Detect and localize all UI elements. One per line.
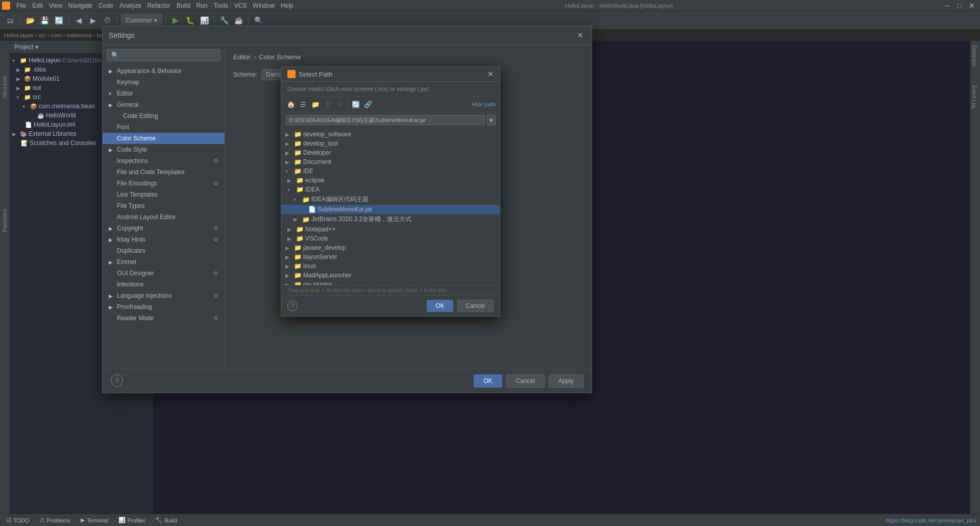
menu-tools[interactable]: Tools xyxy=(211,1,231,10)
terminal-tab[interactable]: ▶ Terminal xyxy=(79,517,110,523)
favorites-tab[interactable]: Favorites xyxy=(0,205,10,236)
profile-btn[interactable]: 📊 xyxy=(198,14,210,27)
todo-tab[interactable]: ☑ TODO xyxy=(4,517,32,523)
tree-item-jetbrains[interactable]: ▶ 📁 JetBrains 2020.3.2全家桶，激活方式 xyxy=(281,214,500,225)
sp-delete-btn[interactable]: ✕ xyxy=(334,99,346,110)
settings-cancel-btn[interactable]: Cancel xyxy=(506,374,545,388)
settings-item-editor[interactable]: ▾ Editor xyxy=(103,88,225,99)
sp-folder-btn[interactable]: 📁 xyxy=(310,99,321,110)
customer-dropdown[interactable]: Customer ▾ xyxy=(121,14,162,27)
menu-code[interactable]: Code xyxy=(95,1,116,10)
maximize-btn[interactable]: □ xyxy=(953,0,966,12)
settings-item-code-editing[interactable]: Code Editing xyxy=(103,110,225,122)
settings-item-inspections[interactable]: Inspections ⚙ xyxy=(103,155,225,166)
menu-vcs[interactable]: VCS xyxy=(231,1,250,10)
open-btn[interactable]: 📂 xyxy=(24,14,36,27)
settings-help-btn[interactable]: ? xyxy=(111,374,123,387)
sp-path-input[interactable] xyxy=(285,115,485,125)
menu-navigate[interactable]: Navigate xyxy=(65,1,95,10)
sp-refresh-btn[interactable]: 🔄 xyxy=(350,99,361,110)
run-btn[interactable]: ▶ xyxy=(169,14,182,27)
tree-item-liayun-server[interactable]: ▶ 📁 liayunServer xyxy=(281,252,500,261)
tree-item-develop-tool[interactable]: ▶ 📁 develop_tool xyxy=(281,139,500,148)
project-structure-btn[interactable]: 🗂 xyxy=(4,14,16,27)
tree-item-sublime-monokai[interactable]: 📄 SublimeMonoKai.jar xyxy=(281,205,500,214)
menu-refactor[interactable]: Refactor xyxy=(144,1,174,10)
database-tab[interactable]: Database xyxy=(970,41,978,71)
tree-item-document[interactable]: ▶ 📁 Document xyxy=(281,157,500,166)
structure-tab[interactable]: Structure xyxy=(0,71,10,103)
sp-link-btn[interactable]: 🔗 xyxy=(362,99,374,110)
gradle-btn[interactable]: 🔧 xyxy=(218,14,230,27)
tree-item-idea-themes[interactable]: ▾ 📁 IDEA编辑区代码主题 xyxy=(281,194,500,205)
search-everywhere-btn[interactable]: 🔍 xyxy=(252,14,264,27)
tree-item-develop-software[interactable]: ▶ 📁 develop_software xyxy=(281,130,500,139)
sp-help-btn[interactable]: ? xyxy=(287,301,298,311)
profiler-tab[interactable]: 📊 Profiler xyxy=(116,517,148,523)
tree-item-my-plugins[interactable]: ▶ 📁 my plugins xyxy=(281,280,500,285)
sp-up-btn[interactable]: ⬆ xyxy=(322,99,333,110)
tree-item-madapp[interactable]: ▶ 📁 MadAppLauncher xyxy=(281,271,500,280)
settings-item-inlay-hints[interactable]: ▶ Inlay Hints ⚙ xyxy=(103,234,225,245)
tree-item-ide[interactable]: ▾ 📁 IDE xyxy=(281,166,500,176)
settings-item-emmet[interactable]: ▶ Emmet xyxy=(103,256,225,268)
settings-item-file-encodings[interactable]: File Encodings ⚙ xyxy=(103,178,225,189)
menu-build[interactable]: Build xyxy=(174,1,193,10)
settings-item-live-templates[interactable]: Live Templates xyxy=(103,189,225,200)
recent-btn[interactable]: ⏱ xyxy=(101,14,113,27)
menu-view[interactable]: View xyxy=(46,1,65,10)
tree-item-notepadpp[interactable]: ▶ 📁 Notepad++ xyxy=(281,225,500,234)
sp-ok-btn[interactable]: OK xyxy=(427,300,453,312)
menu-run[interactable]: Run xyxy=(193,1,211,10)
sp-cancel-btn[interactable]: Cancel xyxy=(457,300,494,312)
tree-item-linux[interactable]: ▶ 📁 linux xyxy=(281,261,500,271)
debug-btn[interactable]: 🐛 xyxy=(184,14,196,27)
sp-close-btn[interactable]: ✕ xyxy=(487,70,494,78)
settings-ok-btn[interactable]: OK xyxy=(474,374,502,388)
settings-item-gui-designer[interactable]: GUI Designer ⚙ xyxy=(103,268,225,279)
settings-item-appearance[interactable]: ▶ Appearance & Behavior xyxy=(103,65,225,77)
settings-apply-btn[interactable]: Apply xyxy=(549,374,583,388)
settings-item-general[interactable]: ▶ General xyxy=(103,99,225,110)
menu-window[interactable]: Window xyxy=(250,1,278,10)
settings-item-intentions[interactable]: Intentions xyxy=(103,279,225,290)
sp-tree-item-label: develop_tool xyxy=(303,140,338,147)
settings-item-proofreading[interactable]: ▶ Proofreading xyxy=(103,301,225,313)
save-btn[interactable]: 💾 xyxy=(38,14,51,27)
menu-edit[interactable]: Edit xyxy=(29,1,46,10)
minimize-btn[interactable]: ─ xyxy=(941,0,953,12)
settings-item-file-types[interactable]: File Types xyxy=(103,200,225,211)
event-log-tab[interactable]: Event Log xyxy=(970,81,978,112)
menu-help[interactable]: Help xyxy=(278,1,297,10)
forward-btn[interactable]: ▶ xyxy=(87,14,99,27)
tree-item-javaee-develop[interactable]: ▶ 📁 javaee_develop xyxy=(281,243,500,252)
sp-hide-path-btn[interactable]: Hide path xyxy=(472,101,496,107)
sp-home-btn[interactable]: 🏠 xyxy=(285,99,297,110)
settings-item-duplicates[interactable]: Duplicates xyxy=(103,245,225,256)
sp-list-btn[interactable]: ☰ xyxy=(298,99,309,110)
problems-tab[interactable]: ⚠ Problems xyxy=(38,517,72,523)
menu-analyze[interactable]: Analyze xyxy=(116,1,144,10)
settings-item-reader-mode[interactable]: Reader Mode ⚙ xyxy=(103,313,225,324)
sp-path-dropdown-btn[interactable]: ▾ xyxy=(487,114,496,126)
sync-btn[interactable]: 🔄 xyxy=(53,14,65,27)
tree-item-developer[interactable]: ▶ 📁 Developer xyxy=(281,148,500,157)
settings-close-btn[interactable]: ✕ xyxy=(575,30,585,40)
tree-item-vscode[interactable]: ▶ 📁 VSCode xyxy=(281,234,500,243)
tree-item-idea[interactable]: ▾ 📁 IDEA xyxy=(281,185,500,194)
settings-item-lang-inject[interactable]: ▶ Language Injections ⚙ xyxy=(103,290,225,301)
settings-item-android-layout[interactable]: Android Layout Editor xyxy=(103,211,225,223)
close-btn[interactable]: ✕ xyxy=(966,0,978,12)
settings-item-keymap[interactable]: Keymap xyxy=(103,77,225,88)
settings-search-input[interactable] xyxy=(107,49,220,61)
back-btn[interactable]: ◀ xyxy=(72,14,85,27)
build-tab[interactable]: 🔨 Build xyxy=(153,517,179,523)
menu-file[interactable]: File xyxy=(13,1,29,10)
settings-item-font[interactable]: Font xyxy=(103,122,225,133)
settings-item-copyright[interactable]: ▶ Copyright ⚙ xyxy=(103,223,225,234)
settings-item-code-style[interactable]: ▶ Code Style xyxy=(103,144,225,155)
tree-item-eclipse[interactable]: ▶ 📁 eclipse xyxy=(281,176,500,185)
maven-btn[interactable]: ☕ xyxy=(232,14,244,27)
settings-item-file-code-templates[interactable]: File and Code Templates xyxy=(103,166,225,178)
settings-item-color-scheme[interactable]: Color Scheme xyxy=(103,133,225,144)
